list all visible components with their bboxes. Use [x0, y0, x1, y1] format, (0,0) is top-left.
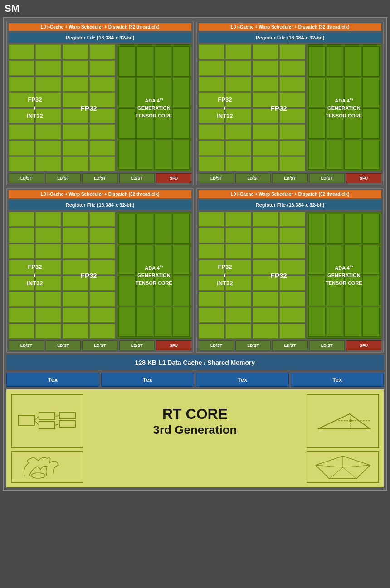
- svg-rect-1: [39, 413, 55, 420]
- compute-cell: [279, 44, 305, 59]
- compute-cell: [253, 228, 278, 243]
- compute-cell: [35, 44, 61, 59]
- tensor-cell: [136, 46, 154, 77]
- tensor-cell: [308, 140, 326, 170]
- compute-main-3: FP32/INT32FP32ADA 4thGENERATIONTENSOR CO…: [9, 212, 191, 339]
- compute-cell: [199, 276, 224, 291]
- fp32-label-3: FP32: [81, 272, 97, 279]
- bottom-units-1: LD/STLD/STLD/STLD/STSFU: [9, 173, 191, 183]
- tensor-cell: [154, 214, 171, 244]
- compute-cell: [225, 244, 251, 259]
- tensor-cell: [308, 108, 326, 139]
- rt-core-label: RT CORE 3rd Generation: [83, 405, 307, 437]
- tensor-cell: [118, 108, 136, 139]
- compute-cell: [225, 44, 251, 59]
- ldst-unit-1-2: LD/ST: [45, 173, 81, 183]
- ldst-unit-2-1: LD/ST: [199, 173, 234, 183]
- compute-cell: [63, 44, 88, 59]
- svg-rect-3: [59, 413, 75, 419]
- compute-cell: [63, 124, 88, 139]
- compute-cell: [63, 212, 88, 227]
- tensor-cell: [154, 307, 171, 337]
- compute-cell: [89, 228, 115, 243]
- compute-cell: [199, 108, 224, 123]
- compute-cell: [9, 308, 34, 323]
- ldst-unit-4-3: LD/ST: [272, 340, 307, 350]
- compute-cell: [199, 124, 224, 139]
- ldst-unit-3-1: LD/ST: [9, 340, 44, 350]
- sm-title: SM: [0, 0, 390, 17]
- compute-cell: [279, 244, 305, 259]
- compute-cell: [89, 156, 115, 171]
- compute-cell: [89, 212, 115, 227]
- compute-cell: [225, 212, 251, 227]
- compute-cell: [199, 92, 224, 107]
- ldst-unit-2-4: LD/ST: [309, 173, 345, 183]
- rt-core-title: RT CORE: [83, 405, 307, 423]
- compute-cell: [9, 212, 34, 227]
- compute-cell: [9, 44, 34, 59]
- bottom-units-2: LD/STLD/STLD/STLD/STSFU: [199, 173, 381, 183]
- tensor-cell: [362, 140, 380, 170]
- compute-cell: [63, 324, 88, 339]
- tensor-cell: [308, 78, 326, 108]
- compute-cell: [225, 324, 251, 339]
- compute-cell: [225, 276, 251, 291]
- sfu-unit-4: SFU: [346, 340, 381, 350]
- compute-cell: [63, 292, 88, 306]
- rt-bottom-left-icon: [11, 451, 83, 483]
- ldst-unit-4-2: LD/ST: [235, 340, 271, 350]
- svg-line-7: [55, 416, 59, 416]
- fp32-int32-col-1: FP32/INT32: [9, 44, 61, 171]
- tensor-label-1: ADA 4thGENERATIONTENSOR CORE: [136, 97, 172, 119]
- compute-cell: [253, 292, 278, 306]
- compute-cell: [199, 212, 224, 227]
- compute-cell: [279, 292, 305, 306]
- compute-cell: [279, 124, 305, 139]
- svg-line-19: [316, 465, 343, 467]
- compute-cell: [199, 44, 224, 59]
- tensor-cell: [327, 214, 344, 244]
- compute-cell: [225, 228, 251, 243]
- rt-right-icons: [307, 394, 379, 448]
- register-file-2: Register File (16,384 x 32-bit): [199, 33, 381, 43]
- compute-cell: [253, 141, 278, 156]
- tensor-cell: [344, 214, 361, 244]
- compute-cell: [253, 156, 278, 171]
- ldst-unit-1-1: LD/ST: [9, 173, 44, 183]
- compute-cell: [225, 92, 251, 107]
- sm-grid: L0 i-Cache + Warp Scheduler + Dispatch (…: [6, 21, 384, 353]
- compute-cell: [279, 141, 305, 156]
- svg-line-6: [34, 420, 39, 425]
- compute-cell: [9, 276, 34, 291]
- compute-cell: [63, 141, 88, 156]
- compute-cell: [89, 124, 115, 139]
- tensor-cell: [172, 140, 190, 170]
- fp32-label-1: FP32: [81, 104, 97, 112]
- ldst-unit-3-2: LD/ST: [45, 340, 81, 350]
- compute-cell: [9, 156, 34, 171]
- compute-cell: [279, 156, 305, 171]
- compute-cell: [89, 244, 115, 259]
- compute-cell: [279, 77, 305, 92]
- tensor-cell: [136, 140, 154, 170]
- compute-cell: [63, 60, 88, 75]
- compute-cell: [9, 228, 34, 243]
- ldst-unit-1-4: LD/ST: [119, 173, 155, 183]
- tensor-cell: [362, 276, 380, 306]
- svg-line-5: [34, 416, 39, 420]
- compute-cell: [253, 60, 278, 75]
- compute-cell: [199, 60, 224, 75]
- compute-main-1: FP32/INT32FP32ADA 4thGENERATIONTENSOR CO…: [9, 44, 191, 171]
- compute-cell: [279, 60, 305, 75]
- tensor-cell: [136, 214, 154, 244]
- tensor-cell: [308, 46, 326, 77]
- sfu-unit-1: SFU: [156, 173, 191, 183]
- compute-cell: [253, 212, 278, 227]
- svg-line-8: [55, 424, 59, 425]
- tensor-cell: [172, 307, 190, 337]
- fp32-col-4: FP32: [253, 212, 305, 339]
- compute-cell: [9, 141, 34, 156]
- compute-cell: [253, 308, 278, 323]
- compute-cell: [9, 244, 34, 259]
